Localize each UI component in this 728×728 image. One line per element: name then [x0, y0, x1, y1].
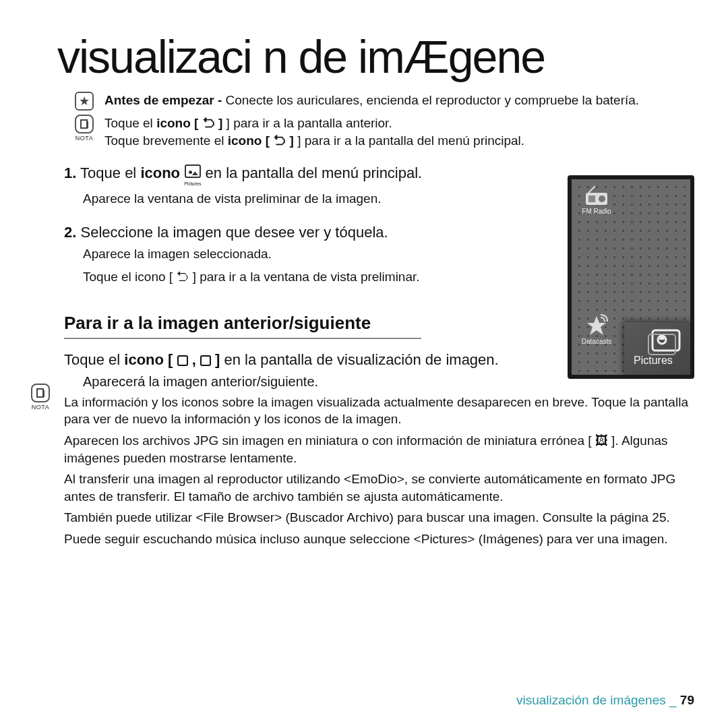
page-title: visualizaci n de imÆgene [57, 34, 701, 80]
pictures-icon: Pictures [184, 161, 201, 187]
sub-body-end: en la pantalla de visualización de image… [224, 351, 498, 368]
note-bullet: Puede seguir escuchando música incluso a… [64, 530, 701, 548]
nota-label-2: NOTA [24, 404, 57, 411]
left-box-icon [177, 355, 188, 366]
device-datacasts-icon: Datacasts [576, 313, 617, 345]
note-bullet: La información y los iconos sobre la ima… [64, 394, 701, 428]
before-start-label: Antes de empezar - [104, 93, 226, 107]
back-icon: ⮌ [198, 116, 218, 130]
star-icon: ★ [64, 92, 104, 111]
note-icon-block-2: NOTA [24, 384, 57, 411]
step-1-pre: Toque el [76, 164, 140, 181]
sub-indent-text: Aparecerá la imagen anterior/siguiente. [83, 374, 701, 390]
svg-rect-2 [588, 195, 595, 202]
step-2-number: 2. [64, 224, 76, 241]
footer-page-number: 79 [680, 693, 694, 707]
sub-body-bold: icono [ [124, 351, 177, 368]
back-icon-2: ⮌ [270, 133, 290, 148]
page-footer: visualización de imágenes _ 79 [516, 693, 694, 708]
right-box-icon [200, 355, 211, 366]
device-fm-radio-icon: FM Radio [576, 186, 617, 215]
footer-section: visualización de imágenes _ [516, 693, 680, 707]
step-1-number: 1. [64, 164, 76, 181]
step-1-post: en la pantalla del menú principal. [206, 164, 423, 181]
note-icon-2 [31, 384, 50, 402]
subheading-prev-next: Para ir a la imagen anterior/siguiente [64, 313, 421, 339]
note-1b-bold: icono [ [228, 133, 270, 148]
note-1b-pre: Toque brevemente el [104, 133, 228, 148]
note-bullet: También puede utilizar <File Browser> (B… [64, 509, 701, 526]
device-screenshot: FM Radio Datacasts Pictures [568, 175, 694, 379]
sub-body-pre: Toque el [64, 351, 124, 368]
before-start-text: Conecte los auriculares, encienda el rep… [226, 93, 640, 107]
step-2-sub2: Toque el icono [ ⮌ ] para ir a la ventan… [83, 268, 509, 286]
note-1b-post: ] para ir a la pantalla del menú princip… [297, 133, 524, 148]
note-bullet: Aparecen los archivos JPG sin imagen en … [64, 432, 701, 466]
note-bullet: Al transferir una imagen al reproductor … [64, 471, 701, 505]
note-icon-block: NOTA [64, 115, 104, 142]
note-icon [75, 115, 94, 133]
step-2-sub1: Aparece la imagen seleccionada. [83, 245, 509, 263]
note-1a-pre: Toque el [104, 116, 156, 130]
step-1-icono: icono [140, 164, 184, 181]
svg-point-1 [599, 195, 605, 202]
note-1a-post: ] para ir a la pantalla anterior. [226, 116, 392, 130]
nota-label-1: NOTA [64, 135, 104, 142]
step-1-sub: Aparece la ventana de vista preliminar d… [83, 190, 509, 208]
svg-line-3 [588, 186, 595, 193]
note-1a-bold: icono [ [156, 116, 198, 130]
step-2-text: Seleccione la imagen que desee ver y tóq… [76, 224, 388, 241]
